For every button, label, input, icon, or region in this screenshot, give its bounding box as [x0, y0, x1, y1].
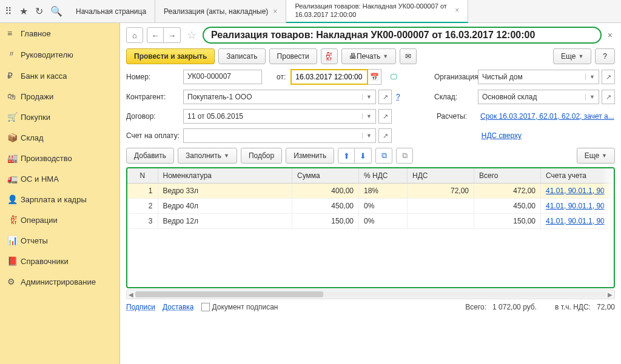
forward-button[interactable]: →: [164, 27, 181, 43]
sidebar-item-bank[interactable]: ₽Банк и касса: [0, 65, 119, 86]
paste-button[interactable]: ⧉: [396, 148, 413, 164]
counterparty-label: Контрагент:: [126, 93, 181, 101]
scroll-left-icon[interactable]: ◀: [129, 291, 133, 298]
col-item[interactable]: Номенклатура: [158, 168, 292, 184]
post-button[interactable]: Провести: [269, 48, 317, 64]
number-field[interactable]: УК00-000007: [183, 70, 262, 84]
accounts-link[interactable]: 41.01, 90.01.1, 90: [546, 217, 605, 225]
save-button[interactable]: Записать: [218, 48, 265, 64]
more-button[interactable]: Еще▼: [553, 48, 591, 64]
status-icon[interactable]: 🖵: [384, 73, 403, 81]
sidebar-item-purchases[interactable]: 🛒Покупки: [0, 107, 119, 127]
tab-start[interactable]: Начальная страница: [67, 0, 155, 23]
change-button[interactable]: Изменить: [286, 148, 334, 164]
calc-link[interactable]: Срок 16.03.2017, 62.01, 62.02, зачет а..…: [480, 112, 615, 121]
scroll-thumb[interactable]: [135, 291, 323, 297]
tab-label: Реализация товаров: Накладная УК00-00000…: [295, 2, 450, 18]
apps-icon[interactable]: ⠿: [5, 5, 12, 17]
sidebar-item-label: Операции: [21, 216, 58, 225]
fill-button[interactable]: Заполнить▼: [178, 148, 237, 164]
scroll-right-icon[interactable]: ▶: [608, 291, 613, 298]
back-button[interactable]: ←: [147, 27, 164, 43]
invoice-select[interactable]: ▼: [183, 128, 376, 143]
help-button[interactable]: ?: [595, 48, 615, 64]
copy-button[interactable]: ⧉: [375, 148, 392, 164]
col-vat[interactable]: НДС: [408, 168, 474, 184]
pick-button[interactable]: Подбор: [241, 148, 282, 164]
home-button[interactable]: ⌂: [126, 27, 143, 43]
accounts-link[interactable]: 41.01, 90.01.1, 90: [546, 202, 605, 210]
accounts-link[interactable]: 41.01, 90.01.1, 90: [546, 187, 605, 195]
sidebar-item-production[interactable]: 🏭Производство: [0, 148, 119, 168]
col-sum[interactable]: Сумма: [292, 168, 359, 184]
open-counterparty-button[interactable]: ↗: [378, 90, 392, 104]
close-button[interactable]: ×: [605, 30, 615, 40]
tab-document[interactable]: Реализация товаров: Накладная УК00-00000…: [286, 0, 468, 23]
col-accounts[interactable]: Счета учета: [541, 168, 614, 184]
close-icon[interactable]: ×: [268, 7, 277, 16]
top-toolbar: ⠿ ★ ↻ 🔍 Начальная страница Реализация (а…: [0, 0, 621, 23]
print-button[interactable]: 🖶 Печать▼: [341, 48, 396, 64]
post-and-close-button[interactable]: Провести и закрыть: [126, 48, 215, 64]
org-label: Организация:: [426, 73, 475, 81]
sidebar-item-hr[interactable]: 👤Зарплата и кадры: [0, 189, 119, 210]
delivery-link[interactable]: Доставка: [163, 303, 194, 311]
cart-icon: 🛒: [7, 112, 21, 122]
horizontal-scrollbar[interactable]: ◀ ▶: [126, 290, 615, 299]
items-table: N Номенклатура Сумма % НДС НДС Всего Сче…: [126, 167, 615, 288]
sidebar-item-refs[interactable]: 📕Справочники: [0, 251, 119, 271]
sidebar-item-sales[interactable]: 🛍Продажи: [0, 86, 119, 107]
document-title: Реализация товаров: Накладная УК00-00000…: [203, 27, 602, 44]
counterparty-select[interactable]: Покупатель-1 ООО▼: [183, 90, 376, 104]
org-select[interactable]: Чистый дом▼: [478, 70, 599, 84]
sidebar-item-warehouse[interactable]: 📦Склад: [0, 127, 119, 148]
warehouse-select[interactable]: Основной склад▼: [478, 90, 599, 104]
move-up-button[interactable]: ⬆: [338, 148, 355, 164]
table-row[interactable]: 1 Ведро 33л 400,00 18% 72,00 472,00 41.0…: [127, 184, 614, 199]
table-row[interactable]: 3 Ведро 12л 150,00 0% 150,00 41.01, 90.0…: [127, 214, 614, 229]
col-n[interactable]: N: [127, 168, 158, 184]
search-icon[interactable]: 🔍: [50, 5, 62, 17]
mail-button[interactable]: ✉: [400, 48, 417, 64]
sidebar-item-assets[interactable]: 🚛ОС и НМА: [0, 168, 119, 189]
sidebar-item-main[interactable]: ≡Главное: [0, 23, 119, 44]
star-icon[interactable]: ★: [19, 5, 28, 17]
report-icon: 📊: [7, 236, 21, 245]
col-total[interactable]: Всего: [474, 168, 541, 184]
calendar-icon[interactable]: 📅: [368, 69, 381, 85]
open-contract-button[interactable]: ↗: [378, 109, 392, 124]
total-label: Всего:: [465, 303, 486, 311]
warehouse-label: Склад:: [426, 93, 475, 101]
dtkt-button[interactable]: ДтКт: [321, 48, 338, 64]
table-more-button[interactable]: Еще▼: [577, 148, 615, 164]
signatures-link[interactable]: Подписи: [126, 303, 155, 311]
vat-link[interactable]: НДС сверху: [482, 131, 522, 140]
add-row-button[interactable]: Добавить: [126, 148, 174, 164]
table-row[interactable]: 2 Ведро 40л 450,00 0% 450,00 41.01, 90.0…: [127, 199, 614, 214]
vat-value: 72,00: [597, 303, 615, 311]
contract-select[interactable]: 11 от 05.06.2015▼: [183, 109, 376, 124]
sidebar-item-label: Производство: [21, 154, 72, 163]
open-invoice-button[interactable]: ↗: [378, 128, 392, 143]
counterparty-help-link[interactable]: ?: [396, 93, 400, 101]
tab-list[interactable]: Реализация (акты, накладные) ×: [155, 0, 286, 23]
sidebar-item-reports[interactable]: 📊Отчеты: [0, 230, 119, 251]
sidebar-item-operations[interactable]: ДтКтОперации: [0, 210, 119, 230]
bag-icon: 🛍: [7, 91, 21, 101]
sidebar-item-manager[interactable]: 〃Руководителю: [0, 44, 119, 65]
move-down-button[interactable]: ⬇: [355, 148, 372, 164]
date-input[interactable]: [290, 69, 368, 85]
signed-checkbox[interactable]: [201, 303, 210, 311]
menu-icon: ≡: [7, 28, 21, 38]
open-org-button[interactable]: ↗: [602, 70, 615, 84]
col-vatpct[interactable]: % НДС: [359, 168, 408, 184]
open-warehouse-button[interactable]: ↗: [602, 90, 615, 104]
contract-label: Договор:: [126, 112, 181, 121]
sidebar-item-admin[interactable]: ⚙Администрирование: [0, 271, 119, 292]
favorite-button[interactable]: ☆: [184, 28, 199, 42]
history-icon[interactable]: ↻: [35, 5, 43, 17]
gear-icon: ⚙: [7, 277, 21, 286]
close-icon[interactable]: ×: [450, 6, 459, 15]
sidebar-item-label: Банк и касса: [21, 71, 67, 81]
factory-icon: 🏭: [7, 153, 21, 163]
